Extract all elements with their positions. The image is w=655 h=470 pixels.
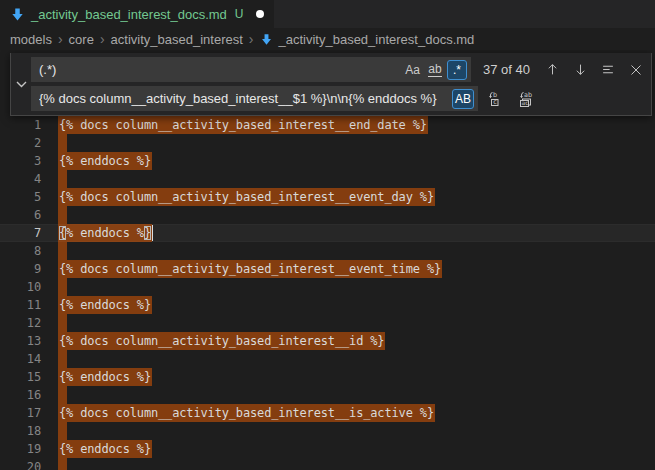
line-content[interactable]: {% docs column__activity_based_interest_…	[58, 116, 655, 134]
match-case-toggle[interactable]: Aa	[402, 60, 423, 80]
chevron-right-icon: ›	[249, 31, 254, 47]
line-number: 1	[0, 116, 58, 134]
code-line[interactable]: 9{% docs column__activity_based_interest…	[0, 260, 655, 278]
line-content[interactable]: {% enddocs %}	[58, 224, 655, 242]
line-number: 20	[0, 458, 58, 470]
code-line[interactable]: 6	[0, 206, 655, 224]
replace-row: {% docs column__activity_based_interest_…	[31, 86, 647, 111]
code-line[interactable]: 15{% enddocs %}	[0, 368, 655, 386]
line-number: 17	[0, 404, 58, 422]
find-replace-widget: (.*) Aa ab .* 37 of 40	[10, 53, 652, 116]
find-match-highlight-empty	[58, 386, 67, 404]
find-match-highlight-empty	[58, 350, 67, 368]
code-line[interactable]: 13{% docs column__activity_based_interes…	[0, 332, 655, 350]
find-in-selection-button[interactable]	[597, 59, 619, 81]
tab-filename: _activity_based_interest_docs.md	[31, 7, 227, 22]
preserve-case-toggle[interactable]: AB	[452, 89, 474, 109]
replace-button[interactable]: b c	[486, 88, 508, 110]
code-line[interactable]: 1{% docs column__activity_based_interest…	[0, 116, 655, 134]
whole-word-toggle[interactable]: ab	[425, 60, 445, 80]
line-content[interactable]: {% docs column__activity_based_interest_…	[58, 332, 655, 350]
matching-bracket: }	[144, 226, 151, 240]
find-match-highlight-empty	[58, 134, 67, 152]
line-content[interactable]	[58, 350, 655, 368]
regex-toggle[interactable]: .*	[447, 60, 467, 80]
find-match-highlight-empty	[58, 170, 67, 188]
find-match-highlight-empty	[58, 278, 67, 296]
svg-text:ac: ac	[521, 99, 528, 106]
breadcrumb: models › core › activity_based_interest …	[0, 28, 655, 50]
replace-input[interactable]: {% docs column__activity_based_interest_…	[31, 86, 478, 111]
git-status-badge: U	[235, 7, 244, 21]
code-line[interactable]: 19{% enddocs %}	[0, 440, 655, 458]
code-line[interactable]: 8	[0, 242, 655, 260]
breadcrumb-item-models[interactable]: models	[10, 32, 52, 47]
find-match-highlight: {% docs column__activity_based_interest_…	[58, 188, 435, 206]
markdown-file-icon	[260, 33, 273, 46]
code-line[interactable]: 5{% docs column__activity_based_interest…	[0, 188, 655, 206]
line-content[interactable]	[58, 458, 655, 470]
toggle-replace-chevron[interactable]	[11, 57, 31, 111]
line-number: 10	[0, 278, 58, 296]
replace-all-button[interactable]: ab ac	[514, 88, 536, 110]
find-input[interactable]: (.*) Aa ab .*	[31, 57, 471, 82]
code-line[interactable]: 7{% enddocs %}	[0, 224, 655, 242]
line-content[interactable]	[58, 134, 655, 152]
code-line[interactable]: 4	[0, 170, 655, 188]
line-content[interactable]	[58, 314, 655, 332]
code-line[interactable]: 2	[0, 134, 655, 152]
line-content[interactable]: {% docs column__activity_based_interest_…	[58, 188, 655, 206]
breadcrumb-item-core[interactable]: core	[69, 32, 94, 47]
find-match-highlight: {% enddocs %}	[58, 296, 152, 314]
code-line[interactable]: 11{% enddocs %}	[0, 296, 655, 314]
line-content[interactable]: {% enddocs %}	[58, 368, 655, 386]
arrow-down-icon	[574, 63, 587, 76]
line-number: 16	[0, 386, 58, 404]
line-content[interactable]: {% enddocs %}	[58, 296, 655, 314]
line-content[interactable]: {% docs column__activity_based_interest_…	[58, 404, 655, 422]
line-number: 2	[0, 134, 58, 152]
arrow-up-icon	[546, 63, 559, 76]
code-line[interactable]: 10	[0, 278, 655, 296]
tab-bar: _activity_based_interest_docs.md U	[0, 0, 655, 28]
code-line[interactable]: 3{% enddocs %}	[0, 152, 655, 170]
line-content[interactable]: {% enddocs %}	[58, 152, 655, 170]
replace-input-value: {% docs column__activity_based_interest_…	[39, 91, 450, 106]
close-find-widget-button[interactable]	[625, 59, 647, 81]
line-number: 14	[0, 350, 58, 368]
line-number: 3	[0, 152, 58, 170]
code-line[interactable]: 14	[0, 350, 655, 368]
replace-icon: b c	[489, 91, 505, 107]
line-content[interactable]	[58, 386, 655, 404]
code-line[interactable]: 17{% docs column__activity_based_interes…	[0, 404, 655, 422]
unsaved-changes-dot[interactable]	[256, 10, 264, 18]
tab-active-file[interactable]: _activity_based_interest_docs.md U	[0, 0, 274, 28]
find-row: (.*) Aa ab .* 37 of 40	[31, 57, 647, 82]
line-content[interactable]	[58, 242, 655, 260]
breadcrumb-item-folder[interactable]: activity_based_interest	[111, 32, 243, 47]
line-number: 6	[0, 206, 58, 224]
code-line[interactable]: 12	[0, 314, 655, 332]
next-match-button[interactable]	[569, 59, 591, 81]
line-content[interactable]: {% enddocs %}	[58, 440, 655, 458]
line-number: 9	[0, 260, 58, 278]
breadcrumb-item-file[interactable]: _activity_based_interest_docs.md	[278, 32, 474, 47]
find-match-highlight-empty	[58, 422, 67, 440]
line-number: 19	[0, 440, 58, 458]
line-number: 8	[0, 242, 58, 260]
line-content[interactable]	[58, 206, 655, 224]
code-line[interactable]: 18	[0, 422, 655, 440]
line-number: 15	[0, 368, 58, 386]
line-content[interactable]: {% docs column__activity_based_interest_…	[58, 260, 655, 278]
code-line[interactable]: 20	[0, 458, 655, 470]
line-number: 12	[0, 314, 58, 332]
find-match-highlight: {% docs column__activity_based_interest_…	[58, 116, 428, 134]
close-icon	[630, 64, 642, 76]
line-content[interactable]	[58, 422, 655, 440]
find-input-value: (.*)	[39, 62, 400, 77]
previous-match-button[interactable]	[541, 59, 563, 81]
match-count: 37 of 40	[483, 62, 530, 77]
line-content[interactable]	[58, 170, 655, 188]
code-line[interactable]: 16	[0, 386, 655, 404]
line-content[interactable]	[58, 278, 655, 296]
